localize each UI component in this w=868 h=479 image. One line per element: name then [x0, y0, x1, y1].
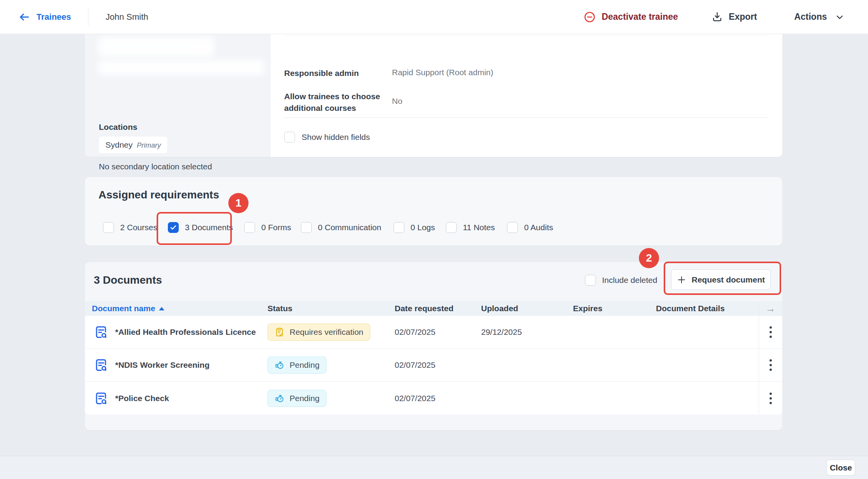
assigned-requirements-title: Assigned requirements — [98, 189, 219, 201]
filter-notes[interactable]: 11 Notes — [446, 222, 495, 233]
field-label: Allow trainees to choose additional cour… — [284, 91, 392, 114]
redacted-text-block — [98, 60, 265, 75]
documents-card: 3 Documents Include deleted Request docu… — [85, 262, 782, 430]
stopwatch-icon — [274, 393, 285, 403]
column-header-expires[interactable]: Expires — [573, 301, 602, 316]
table-column-divider — [759, 301, 759, 415]
show-hidden-fields-toggle[interactable]: Show hidden fields — [284, 132, 370, 143]
filter-documents[interactable]: 3 Documents — [168, 222, 233, 233]
status-label: Requires verification — [290, 327, 363, 337]
profile-details-panel: Responsible admin Rapid Support (Root ad… — [271, 34, 782, 157]
field-row: Responsible admin Rapid Support (Root ad… — [284, 67, 493, 79]
filter-label: 2 Courses — [120, 223, 157, 232]
document-name: *NDIS Worker Screening — [115, 360, 210, 370]
show-hidden-fields-label: Show hidden fields — [302, 133, 370, 142]
row-actions-menu-button[interactable] — [765, 316, 777, 348]
logs-checkbox[interactable] — [393, 222, 404, 233]
export-label: Export — [729, 12, 757, 22]
back-to-trainees-link[interactable]: Trainees — [19, 11, 71, 23]
status-badge: Requires verification — [267, 324, 370, 341]
annotation-badge-2: 2 — [639, 248, 659, 268]
field-divider — [284, 35, 768, 36]
check-icon — [169, 224, 177, 231]
actions-menu-button[interactable]: Actions — [794, 12, 845, 22]
show-hidden-fields-checkbox[interactable] — [284, 132, 295, 143]
column-header-uploaded[interactable]: Uploaded — [481, 301, 518, 316]
document-attachment-icon — [94, 391, 109, 406]
location-name: Sydney — [105, 140, 133, 150]
filter-label: 3 Documents — [185, 223, 233, 232]
status-label: Pending — [290, 394, 319, 403]
column-header-date-requested[interactable]: Date requested — [395, 301, 454, 316]
status-badge: Pending — [267, 357, 326, 374]
filter-label: 0 Audits — [524, 223, 553, 232]
table-row[interactable]: *Police Check Pending 02/07/2025 — [85, 382, 782, 415]
filter-courses[interactable]: 2 Courses — [103, 222, 157, 233]
export-button[interactable]: Export — [711, 11, 757, 23]
document-name: *Police Check — [115, 394, 169, 403]
clipboard-check-icon — [274, 327, 285, 337]
assigned-requirements-card: Assigned requirements 1 2 Courses 3 Docu… — [85, 177, 782, 246]
communication-checkbox[interactable] — [301, 222, 312, 233]
filter-audits[interactable]: 0 Audits — [507, 222, 553, 233]
scroll-right-arrow-icon[interactable]: → — [759, 301, 782, 316]
table-row[interactable]: *Allied Health Professionals Licence Req… — [85, 316, 782, 349]
back-arrow-icon — [19, 11, 30, 23]
locations-heading: Locations — [99, 122, 137, 132]
date-requested-cell: 02/07/2025 — [395, 394, 435, 403]
minus-circle-icon — [583, 11, 596, 23]
field-label: Responsible admin — [284, 67, 392, 79]
filter-communication[interactable]: 0 Communication — [301, 222, 381, 233]
date-requested-cell: 02/07/2025 — [395, 360, 435, 370]
deactivate-label: Deactivate trainee — [602, 12, 678, 22]
uploaded-cell: 29/12/2025 — [481, 327, 522, 337]
filter-label: 11 Notes — [463, 223, 495, 232]
courses-checkbox[interactable] — [103, 222, 114, 233]
column-header-status[interactable]: Status — [267, 301, 292, 316]
include-deleted-label: Include deleted — [602, 276, 657, 285]
date-requested-cell: 02/07/2025 — [395, 327, 435, 337]
document-name-cell: *Allied Health Professionals Licence — [94, 316, 256, 348]
filter-forms[interactable]: 0 Forms — [244, 222, 291, 233]
secondary-location-note: No secondary location selected — [99, 162, 212, 171]
column-header-document-name[interactable]: Document name — [92, 301, 164, 316]
document-name-cell: *Police Check — [94, 382, 169, 415]
forms-checkbox[interactable] — [244, 222, 255, 233]
document-name-cell: *NDIS Worker Screening — [94, 349, 210, 381]
documents-table-header: Document name Status Date requested Uplo… — [85, 301, 782, 316]
request-document-button[interactable]: Request document — [671, 269, 771, 290]
notes-checkbox[interactable] — [446, 222, 457, 233]
document-attachment-icon — [94, 358, 109, 372]
documents-section-title: 3 Documents — [94, 274, 162, 286]
annotation-badge-1: 1 — [228, 193, 248, 213]
audits-checkbox[interactable] — [507, 222, 518, 233]
chevron-down-icon — [835, 12, 845, 22]
column-header-document-details[interactable]: Document Details — [656, 301, 725, 316]
document-name: *Allied Health Professionals Licence — [115, 327, 256, 337]
field-value: No — [392, 91, 402, 114]
top-bar-left: Trainees John Smith — [0, 8, 148, 26]
sort-asc-icon — [159, 307, 164, 310]
status-label: Pending — [290, 360, 319, 370]
include-deleted-toggle[interactable]: Include deleted — [585, 275, 657, 286]
document-attachment-icon — [94, 325, 109, 339]
plus-icon — [677, 275, 686, 284]
row-actions-menu-button[interactable] — [765, 382, 777, 415]
page-title: John Smith — [105, 12, 148, 22]
stopwatch-icon — [274, 360, 285, 370]
header-divider — [88, 8, 88, 26]
top-bar: Trainees John Smith Deactivate trainee E… — [0, 0, 868, 34]
row-actions-menu-button[interactable] — [765, 349, 777, 381]
filter-logs[interactable]: 0 Logs — [393, 222, 435, 233]
deactivate-trainee-button[interactable]: Deactivate trainee — [583, 11, 678, 23]
documents-checkbox[interactable] — [168, 222, 179, 233]
filter-label: 0 Logs — [411, 223, 435, 232]
table-row[interactable]: *NDIS Worker Screening Pending 02/07/202… — [85, 349, 782, 382]
close-button[interactable]: Close — [827, 460, 855, 476]
field-value: Rapid Support (Root admin) — [392, 67, 493, 79]
include-deleted-checkbox[interactable] — [585, 275, 596, 286]
profile-summary-panel: Locations Sydney Primary No secondary lo… — [85, 34, 271, 157]
back-link-label: Trainees — [36, 12, 71, 22]
status-badge: Pending — [267, 390, 326, 407]
redacted-text-block — [98, 36, 214, 57]
